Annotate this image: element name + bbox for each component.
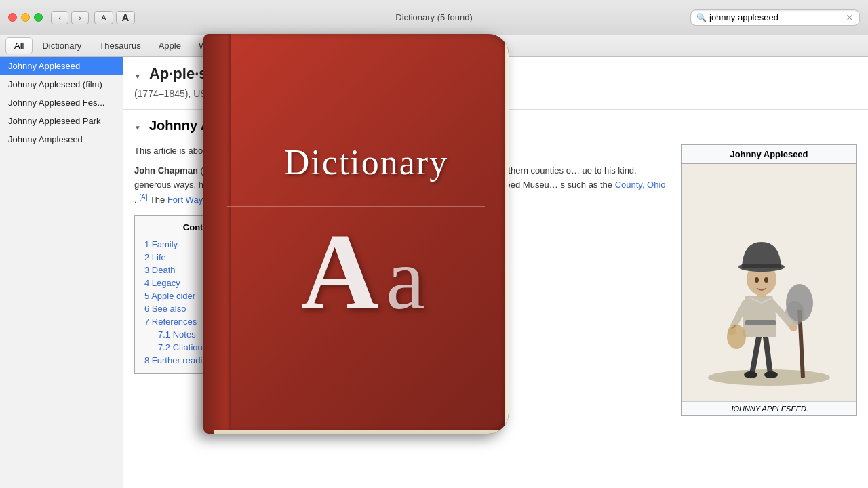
minimize-button[interactable]	[21, 13, 30, 22]
content-area: ▼ Ap·ple·seed, Joh (1774–1845), US folk …	[123, 57, 868, 488]
dictionary-section: ▼ Ap·ple·seed, Joh (1774–1845), US folk …	[123, 57, 868, 110]
wikipedia-content-wrapper: This article is about the histo… John Ch…	[134, 144, 857, 416]
johnny-appleseed-illustration	[694, 174, 844, 391]
contents-title: Contents	[144, 222, 260, 232]
sidebar-item-johnny-appleseed-park[interactable]: Johnny Appleseed Park	[0, 112, 123, 130]
body-text-4: for	[336, 180, 349, 190]
sidebar-item-johnny-appleseed[interactable]: Johnny Appleseed	[0, 57, 123, 75]
nurseryman-link[interactable]: nurseryman	[309, 165, 356, 176]
wikipedia-section: ▼ Johnny Appleseed This article is about…	[123, 110, 868, 424]
search-icon: 🔍	[696, 13, 707, 22]
svg-point-18	[755, 277, 759, 283]
sidebar: Johnny Appleseed Johnny Appleseed (film)…	[0, 57, 123, 488]
contents-box: Contents 1 Family 2 Life 3 Death 4 Legac…	[134, 215, 270, 374]
search-clear-button[interactable]: ✕	[846, 12, 854, 23]
svg-point-8	[764, 371, 778, 378]
wikipedia-body: John Chapman (September 2… an pioneer nu…	[134, 164, 670, 208]
contents-item-8[interactable]: 8 Further reading...	[144, 354, 260, 367]
dictionary-entry-definition: (1774–1845), US folk her… Ohio and India…	[134, 87, 857, 101]
contents-item-1[interactable]: 1 Family	[144, 238, 260, 251]
footnote-a[interactable]: [A]	[139, 193, 147, 201]
infobox-caption: JOHNNY APPLESEED.	[682, 401, 856, 415]
collapse-dictionary-button[interactable]: ▼	[134, 73, 141, 80]
wikipedia-text: This article is about the histo… John Ch…	[134, 144, 670, 416]
missionary-link[interactable]: missionary	[292, 180, 334, 190]
nav-buttons: ‹ ›	[51, 11, 89, 24]
contents-item-6[interactable]: 6 See also	[144, 302, 260, 315]
new-church-link[interactable]: The New Churc…	[349, 180, 419, 190]
sidebar-item-johnny-ampleseed[interactable]: Johnny Ampleseed	[0, 130, 123, 148]
contents-item-3[interactable]: 3 Death	[144, 264, 260, 277]
close-button[interactable]	[8, 13, 17, 22]
svg-point-7	[744, 371, 757, 378]
tab-thesaurus[interactable]: Thesaurus	[91, 38, 149, 54]
search-input[interactable]	[709, 12, 843, 22]
svg-point-20	[727, 325, 746, 349]
body-text-5: as the Johnny Appleseed Museu… s such as…	[422, 180, 615, 190]
illinois-link[interactable]: …inois	[406, 165, 433, 176]
font-smaller-button[interactable]: A	[94, 11, 113, 24]
infobox-image	[682, 164, 856, 401]
sidebar-item-johnny-appleseed-film[interactable]: Johnny Appleseed (film)	[0, 75, 123, 94]
body-text-7: The	[150, 195, 167, 205]
tab-all[interactable]: All	[5, 37, 33, 54]
font-larger-button[interactable]: A	[116, 11, 135, 24]
infobox-title: Johnny Appleseed	[682, 145, 856, 164]
svg-rect-9	[745, 320, 776, 325]
contents-subitem-7-2[interactable]: 7.2 Citations	[144, 341, 260, 354]
sidebar-item-johnny-appleseed-fes[interactable]: Johnny Appleseed Fes...	[0, 94, 123, 112]
tab-dictionary[interactable]: Dictionary	[34, 38, 90, 54]
collapse-wikipedia-button[interactable]: ▼	[134, 124, 141, 131]
source-tabs: All Dictionary Thesaurus Apple Wikipedia	[0, 35, 868, 57]
back-button[interactable]: ‹	[51, 11, 68, 24]
forward-button[interactable]: ›	[71, 11, 89, 24]
tab-apple[interactable]: Apple	[151, 38, 189, 54]
svg-point-13	[789, 323, 797, 331]
wikipedia-intro: This article is about the histo…	[134, 144, 670, 159]
titlebar: ‹ › A A Dictionary (5 found) 🔍 ✕	[0, 0, 868, 35]
body-text-6: .	[134, 195, 137, 205]
john-chapman-name: John Chapman	[134, 165, 198, 176]
svg-point-19	[764, 277, 768, 283]
fort-wayne-link[interactable]: Fort Wayne…	[167, 195, 222, 205]
main-layout: Johnny Appleseed Johnny Appleseed (film)…	[0, 57, 868, 488]
contents-item-7[interactable]: 7 References	[144, 315, 260, 328]
infobox: Johnny Appleseed	[681, 144, 857, 416]
contents-item-4[interactable]: 4 Legacy	[144, 277, 260, 289]
intro-text: This article is about the histo…	[134, 146, 255, 156]
body-text-8: n spent his final years, is named in l…	[224, 195, 372, 205]
search-bar: 🔍 ✕	[690, 9, 860, 26]
county-ohio-link[interactable]: County, Ohio	[615, 180, 666, 190]
traffic-lights	[8, 13, 43, 22]
body-text-1: (September 2… an pioneer	[201, 165, 309, 176]
body-text-2: who intro…	[358, 165, 405, 176]
font-size-buttons: A A	[94, 11, 135, 24]
contents-item-5[interactable]: 5 Apple cider	[144, 289, 260, 302]
tab-wikipedia[interactable]: Wikipedia	[191, 38, 245, 54]
window-title: Dictionary (5 found)	[395, 12, 472, 22]
svg-rect-17	[742, 264, 781, 268]
wikipedia-article-title: Johnny Appleseed	[149, 118, 269, 134]
maximize-button[interactable]	[34, 13, 43, 22]
contents-item-2[interactable]: 2 Life	[144, 251, 260, 264]
contents-subitem-7-1[interactable]: 7.1 Notes	[144, 328, 260, 341]
dictionary-entry-title: Ap·ple·seed, Joh	[149, 65, 268, 83]
